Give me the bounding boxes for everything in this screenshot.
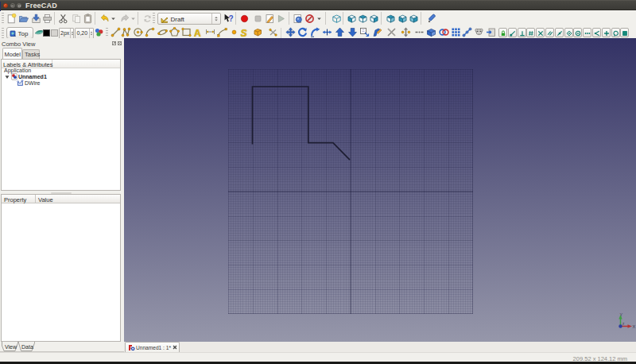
- svg-text:?: ?: [228, 14, 233, 23]
- svg-text:X: X: [633, 323, 636, 328]
- svg-text:Y: Y: [620, 312, 623, 317]
- svg-text:z: z: [622, 321, 625, 325]
